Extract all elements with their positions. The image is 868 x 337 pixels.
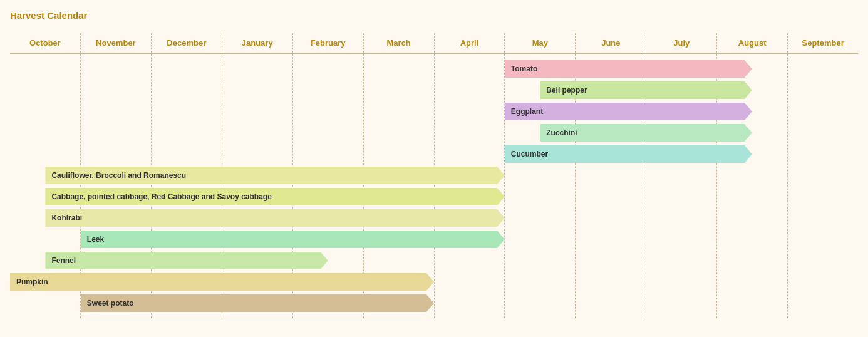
month-header-row: OctoberNovemberDecemberJanuaryFebruaryMa… bbox=[10, 33, 858, 54]
month-cell-january: January bbox=[222, 33, 293, 53]
bar-item: Tomato bbox=[505, 60, 752, 78]
bar-row: Bell pepper bbox=[10, 80, 858, 100]
month-cell-february: February bbox=[293, 33, 364, 53]
bar-row: Leek bbox=[10, 229, 858, 249]
harvest-calendar: Harvest Calendar OctoberNovemberDecember… bbox=[10, 10, 858, 318]
bar-row: Cabbage, pointed cabbage, Red Cabbage an… bbox=[10, 187, 858, 207]
month-cell-july: July bbox=[646, 33, 717, 53]
bar-row: Kohlrabi bbox=[10, 208, 858, 228]
month-cell-december: December bbox=[152, 33, 222, 53]
bar-item: Leek bbox=[81, 231, 505, 248]
month-cell-november: November bbox=[81, 33, 152, 53]
bar-item: Bell pepper bbox=[540, 81, 752, 99]
month-cell-april: April bbox=[435, 33, 505, 53]
month-cell-august: August bbox=[717, 33, 788, 53]
bar-row: Eggplant bbox=[10, 101, 858, 122]
bar-item: Kohlrabi bbox=[45, 209, 504, 227]
bar-item: Fennel bbox=[45, 252, 328, 269]
bar-item: Eggplant bbox=[505, 103, 752, 120]
bar-item: Cabbage, pointed cabbage, Red Cabbage an… bbox=[45, 188, 504, 205]
bar-item: Sweet potato bbox=[81, 294, 434, 312]
page-title: Harvest Calendar bbox=[10, 10, 858, 21]
bar-row: Zucchini bbox=[10, 123, 858, 143]
bar-row: Pumpkin bbox=[10, 272, 858, 292]
bar-row: Tomato bbox=[10, 59, 858, 79]
bar-item: Cucumber bbox=[505, 145, 752, 163]
bar-item: Zucchini bbox=[540, 124, 752, 142]
bar-item: Pumpkin bbox=[10, 273, 434, 291]
bar-row: Sweet potato bbox=[10, 293, 858, 313]
bars-container: TomatoBell pepperEggplantZucchiniCucumbe… bbox=[10, 54, 858, 318]
bar-row: Cauliflower, Broccoli and Romanescu bbox=[10, 165, 858, 185]
month-cell-march: March bbox=[364, 33, 435, 53]
month-cell-may: May bbox=[505, 33, 576, 53]
month-cell-june: June bbox=[576, 33, 646, 53]
chart-area: TomatoBell pepperEggplantZucchiniCucumbe… bbox=[10, 54, 858, 318]
bar-row: Cucumber bbox=[10, 144, 858, 164]
bar-item: Cauliflower, Broccoli and Romanescu bbox=[45, 167, 504, 184]
bar-row: Fennel bbox=[10, 251, 858, 271]
month-cell-october: October bbox=[10, 33, 81, 53]
month-cell-september: September bbox=[788, 33, 858, 53]
